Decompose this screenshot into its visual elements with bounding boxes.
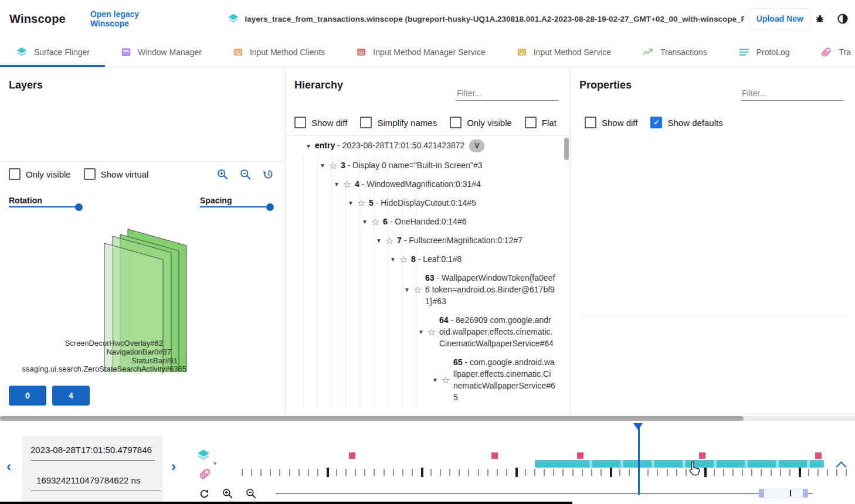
ruler-tick [298, 469, 300, 476]
tab-label: Input Method Service [534, 47, 611, 57]
ruler-tick [714, 469, 715, 476]
tree-node-label: 64 - 8e26909 com.google.android.wallpape… [439, 314, 555, 349]
expand-caret-icon[interactable]: ▼ [334, 181, 343, 188]
expand-caret-icon[interactable]: ▼ [320, 162, 329, 169]
checkbox-show-diff[interactable]: Show diff [294, 117, 347, 128]
timeline-zoom-in-icon[interactable] [222, 488, 233, 499]
checkbox-show-diff[interactable]: Show diff [585, 117, 637, 128]
checkbox-only-visible[interactable]: Only visible [450, 117, 512, 128]
open-legacy-link[interactable]: Open legacy Winscope [90, 9, 171, 28]
tab-input-method-service[interactable]: Input Method Service [501, 38, 626, 67]
timeline-scrollbar-thumb[interactable] [0, 416, 744, 421]
tab-input-method-clients[interactable]: Input Method Clients [217, 38, 340, 67]
sf-trace-range-bar[interactable] [535, 460, 824, 468]
checkbox-icon [360, 117, 372, 128]
tab-tra[interactable]: Tra [805, 38, 855, 67]
properties-filter-input[interactable] [741, 86, 844, 101]
collapse-timeline-icon[interactable] [836, 461, 846, 472]
ruler-tick [836, 469, 837, 476]
checkbox-icon [450, 117, 462, 128]
ruler-tick [317, 469, 318, 476]
ruler-tick [629, 469, 630, 476]
ruler-tick [600, 469, 602, 476]
expand-caret-icon[interactable]: ▼ [418, 329, 428, 335]
checkbox-flat[interactable]: Flat [525, 117, 557, 128]
tree-node[interactable]: ▼☆63 - WallpaperWindowToken{fa0eef6 toke… [286, 268, 571, 311]
zoom-range-selection[interactable] [764, 489, 804, 498]
surface-flinger-trace-icon[interactable] [196, 448, 211, 463]
star-icon[interactable]: ☆ [413, 284, 425, 295]
tab-input-method-manager-service[interactable]: Input Method Manager Service [340, 38, 500, 67]
expand-caret-icon[interactable]: ▼ [306, 143, 315, 149]
next-entry-button[interactable]: › [171, 459, 176, 474]
tree-node[interactable]: ▼☆8 - Leaf:0:1#8 [286, 250, 571, 268]
star-icon[interactable]: ☆ [357, 197, 369, 209]
expand-caret-icon[interactable]: ▼ [404, 287, 413, 293]
curr-entry-id-button[interactable]: 4 [52, 386, 90, 406]
ruler-tick [478, 469, 479, 476]
lines-icon [738, 46, 751, 59]
star-icon[interactable]: ☆ [371, 216, 383, 227]
transitions-trace-icon[interactable] [198, 466, 212, 481]
transition-marker[interactable] [349, 452, 355, 459]
timeline-panel: ‹ › ▾ [0, 415, 855, 504]
tab-window-manager[interactable]: Window Manager [105, 38, 217, 67]
report-bug-icon[interactable] [811, 9, 829, 29]
checkbox-icon [585, 117, 596, 128]
transition-marker[interactable] [699, 452, 705, 459]
expand-caret-icon[interactable]: ▼ [432, 377, 442, 383]
transition-marker[interactable] [577, 452, 583, 459]
star-icon[interactable]: ☆ [428, 326, 439, 338]
tree-node[interactable]: ▼☆6 - OneHanded:0:14#6 [286, 212, 571, 231]
tree-node[interactable]: ▼☆3 - Display 0 name="Built-in Screen"#3 [286, 156, 571, 175]
expand-caret-icon[interactable]: ▼ [362, 219, 371, 225]
ruler-tick [393, 469, 394, 476]
ruler-tick [440, 469, 441, 476]
tab-protolog[interactable]: ProtoLog [722, 38, 805, 67]
dark-mode-icon[interactable] [833, 9, 851, 29]
checkbox-label: Show defaults [667, 118, 722, 128]
timestamp-ns-input[interactable] [30, 466, 161, 491]
expand-caret-icon[interactable]: ▼ [390, 256, 399, 263]
expand-caret-icon[interactable]: ▼ [376, 237, 385, 244]
ruler-tick [374, 469, 375, 476]
star-icon[interactable]: ☆ [343, 179, 355, 190]
hierarchy-scrollbar[interactable] [564, 138, 569, 160]
hierarchy-filter-input[interactable] [456, 86, 559, 101]
timeline-cursor[interactable] [638, 423, 640, 495]
checkbox-show-defaults[interactable]: ✓Show defaults [650, 117, 722, 128]
star-icon[interactable]: ☆ [442, 374, 453, 386]
trace-select-caret-icon[interactable]: ▾ [213, 459, 217, 467]
transition-marker[interactable] [815, 452, 822, 459]
expand-caret-icon[interactable]: ▼ [348, 200, 357, 206]
zoom-range-track[interactable] [276, 493, 813, 494]
tab-surface-flinger[interactable]: Surface Flinger [0, 38, 105, 67]
tree-node[interactable]: ▼☆64 - 8e26909 com.google.android.wallpa… [286, 311, 571, 353]
checkbox-checked-icon: ✓ [650, 117, 662, 128]
layer-label: StatusBar#91 [131, 356, 178, 365]
prev-entry-button[interactable]: ‹ [6, 459, 11, 474]
tab-transactions[interactable]: Transactions [626, 38, 722, 67]
zoom-range-handle-right[interactable] [803, 489, 808, 498]
tree-node[interactable]: ▼☆4 - WindowedMagnification:0:31#4 [286, 175, 571, 193]
timeline-zoom-out-icon[interactable] [245, 488, 257, 499]
refresh-zoom-icon[interactable] [198, 488, 210, 499]
curr-root-id-button[interactable]: 0 [9, 386, 46, 406]
upload-new-button[interactable]: Upload New [749, 8, 811, 29]
transition-marker[interactable] [491, 452, 498, 459]
circles-icon [820, 46, 833, 59]
tree-node[interactable]: ▼☆5 - HideDisplayCutout:0:14#5 [286, 193, 571, 212]
ruler-tick [345, 469, 347, 476]
star-icon[interactable]: ☆ [329, 160, 341, 171]
tree-node[interactable]: ▼☆65 - com.google.android.wallpaper.effe… [286, 353, 571, 407]
tree-node[interactable]: ▼☆7 - FullscreenMagnification:0:12#7 [286, 231, 571, 250]
star-icon[interactable]: ☆ [399, 254, 411, 265]
checkbox-simplify-names[interactable]: Simplify names [360, 117, 437, 128]
window-icon [120, 46, 132, 58]
ruler-tick [544, 469, 545, 476]
timestamp-human-input[interactable] [30, 436, 155, 461]
tree-node[interactable]: ▼entry - 2023-08-28T17:01:50.421423872V [286, 136, 571, 156]
star-icon[interactable]: ☆ [385, 235, 397, 246]
zoom-range-handle-left[interactable] [759, 489, 764, 498]
layer-label: NavigationBar0#87 [106, 348, 171, 356]
